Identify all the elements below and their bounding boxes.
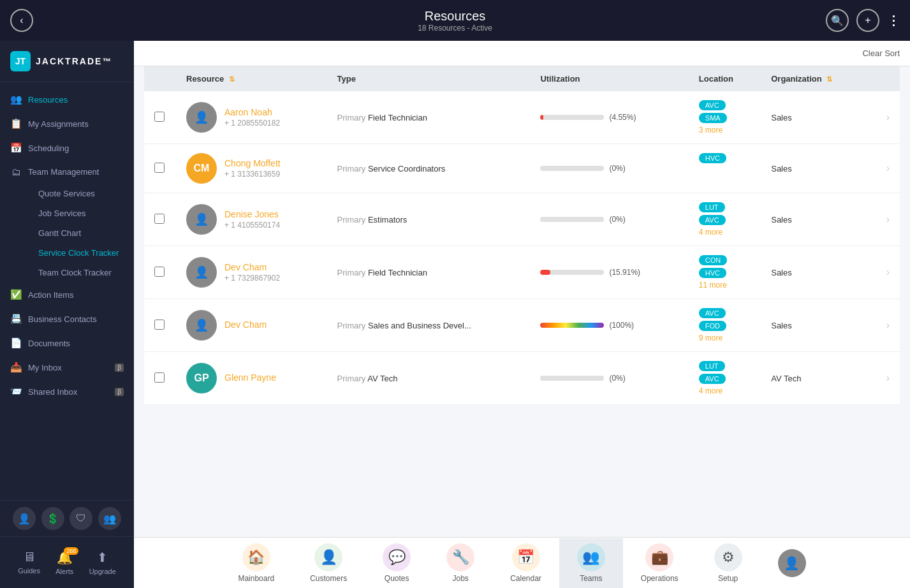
utilization-percent: (100%) xyxy=(609,321,634,330)
guides-icon: 🖥 xyxy=(23,550,36,564)
type-cell: Primary Field Technician xyxy=(327,246,531,299)
location-cell: LUTAVC4 more xyxy=(689,193,761,246)
row-checkbox[interactable] xyxy=(154,214,165,224)
nav-item-mainboard[interactable]: 🏠Mainboard xyxy=(220,538,292,588)
sidebar-item-my-inbox[interactable]: 📥 My Inbox β xyxy=(0,355,134,379)
type-value: Sales and Business Devel... xyxy=(368,321,471,330)
table-row: CM Chong Moffett + 1 3133613659 Primary … xyxy=(144,144,900,193)
type-prefix: Primary xyxy=(337,374,368,383)
sidebar-item-action-items[interactable]: ✅ Action Items xyxy=(0,283,134,307)
row-checkbox[interactable] xyxy=(154,267,165,277)
sidebar-item-job-services[interactable]: Job Services xyxy=(28,203,134,223)
type-value: Field Technician xyxy=(368,268,427,277)
location-tag: AVC xyxy=(699,308,726,318)
upgrade-button[interactable]: ⬆ Upgrade xyxy=(89,550,116,575)
col-organization[interactable]: Organization ⇅ xyxy=(761,66,869,91)
nav-item-calendar[interactable]: 📅Calendar xyxy=(492,538,559,588)
sidebar-item-service-clock-tracker[interactable]: Service Clock Tracker xyxy=(28,243,134,263)
sidebar-item-label: Resources xyxy=(28,95,68,105)
checkbox-cell xyxy=(144,193,176,246)
user-profile-icon[interactable]: 👤 xyxy=(13,507,36,530)
location-tag: CON xyxy=(699,255,727,265)
utilization-cell: (0%) xyxy=(530,352,688,405)
location-more[interactable]: 9 more xyxy=(699,334,751,342)
operations-nav-icon: 💼 xyxy=(645,543,673,571)
back-button[interactable]: ‹ xyxy=(10,9,33,32)
alerts-button[interactable]: 🔔 268 Alerts xyxy=(55,550,73,575)
utilization-fill xyxy=(540,115,543,120)
utilization-fill xyxy=(540,270,550,275)
guides-button[interactable]: 🖥 Guides xyxy=(18,550,40,575)
nav-item-teams[interactable]: 👥Teams xyxy=(559,538,623,588)
header-actions: 🔍 + ⋮ xyxy=(826,9,900,32)
type-cell: Primary Service Coordinators xyxy=(327,144,531,193)
nav-item-operations[interactable]: 💼Operations xyxy=(623,538,696,588)
location-cell: HVC xyxy=(689,144,761,172)
search-button[interactable]: 🔍 xyxy=(826,9,849,32)
organization-cell: Sales xyxy=(761,193,869,246)
resource-name: Dev Cham xyxy=(224,320,267,330)
resource-cell: 👤 Dev Cham xyxy=(176,299,327,352)
add-button[interactable]: + xyxy=(856,9,879,32)
checkbox-cell xyxy=(144,299,176,352)
row-detail-button[interactable]: › xyxy=(869,144,900,193)
my-inbox-badge: β xyxy=(115,364,124,372)
table-body: 👤 Aaron Noah + 1 2085550182 Primary Fiel… xyxy=(144,91,900,405)
sidebar-item-scheduling[interactable]: 📅 Scheduling xyxy=(0,136,134,160)
utilization-percent: (0%) xyxy=(609,164,625,173)
sidebar-item-business-contacts[interactable]: 📇 Business Contacts xyxy=(0,307,134,331)
resource-sort-icon: ⇅ xyxy=(229,75,235,83)
sidebar-item-documents[interactable]: 📄 Documents xyxy=(0,331,134,355)
top-header: ‹ Resources 18 Resources - Active 🔍 + ⋮ xyxy=(0,0,910,41)
sidebar-item-resources[interactable]: 👥 Resources xyxy=(0,87,134,112)
location-more[interactable]: 3 more xyxy=(699,126,751,135)
row-detail-button[interactable]: › xyxy=(869,91,900,144)
resource-phone: + 1 4105550174 xyxy=(224,221,280,230)
utilization-bar xyxy=(540,217,604,222)
nav-item-customers[interactable]: 👤Customers xyxy=(292,538,365,588)
action-items-label: Action Items xyxy=(28,290,74,300)
row-checkbox[interactable] xyxy=(154,320,165,330)
checkbox-cell xyxy=(144,144,176,193)
col-type: Type xyxy=(327,66,531,91)
nav-item-quotes[interactable]: 💬Quotes xyxy=(365,538,429,588)
avatar: 👤 xyxy=(186,257,217,288)
nav-item-jobs[interactable]: 🔧Jobs xyxy=(429,538,492,588)
row-detail-button[interactable]: › xyxy=(869,246,900,299)
group-icon[interactable]: 👥 xyxy=(98,507,121,530)
clear-sort-button[interactable]: Clear Sort xyxy=(862,48,900,58)
sidebar-item-gantt-chart[interactable]: Gantt Chart xyxy=(28,223,134,243)
business-contacts-label: Business Contacts xyxy=(28,314,97,324)
documents-icon: 📄 xyxy=(10,337,22,349)
row-detail-button[interactable]: › xyxy=(869,352,900,405)
nav-item-setup[interactable]: ⚙Setup xyxy=(696,538,760,588)
sidebar-item-team-clock-tracker[interactable]: Team Clock Tracker xyxy=(28,263,134,283)
row-checkbox[interactable] xyxy=(154,163,165,173)
type-prefix: Primary xyxy=(337,215,368,224)
col-resource[interactable]: Resource ⇅ xyxy=(176,66,327,91)
type-cell: Primary Estimators xyxy=(327,193,531,246)
shield-icon[interactable]: 🛡 xyxy=(70,507,92,530)
utilization-percent: (15.91%) xyxy=(609,268,640,277)
logo-icon: JT xyxy=(10,51,31,71)
user-avatar-nav[interactable]: 👤 xyxy=(760,544,824,582)
location-more[interactable]: 11 more xyxy=(699,281,751,290)
sidebar-item-my-assignments[interactable]: 📋 My Assignments xyxy=(0,112,134,136)
more-options-button[interactable]: ⋮ xyxy=(887,13,900,28)
location-tag: HVC xyxy=(699,153,726,163)
sidebar-item-quote-services[interactable]: Quote Services xyxy=(28,184,134,203)
row-checkbox[interactable] xyxy=(154,372,165,383)
quote-services-label: Quote Services xyxy=(38,189,95,198)
sidebar-item-shared-inbox[interactable]: 📨 Shared Inbox β xyxy=(0,379,134,404)
sidebar-nav: 👥 Resources 📋 My Assignments 📅 Schedulin… xyxy=(0,82,134,500)
sidebar-item-team-management[interactable]: 🗂 Team Management xyxy=(0,160,134,184)
row-detail-button[interactable]: › xyxy=(869,299,900,352)
row-detail-button[interactable]: › xyxy=(869,193,900,246)
logo-text: JACKTRADE™ xyxy=(36,56,112,66)
location-tag: FOD xyxy=(699,321,726,331)
organization-cell: Sales xyxy=(761,246,869,299)
location-more[interactable]: 4 more xyxy=(699,228,751,237)
dollar-icon[interactable]: 💲 xyxy=(41,507,64,530)
location-more[interactable]: 4 more xyxy=(699,386,751,395)
row-checkbox[interactable] xyxy=(154,112,165,122)
